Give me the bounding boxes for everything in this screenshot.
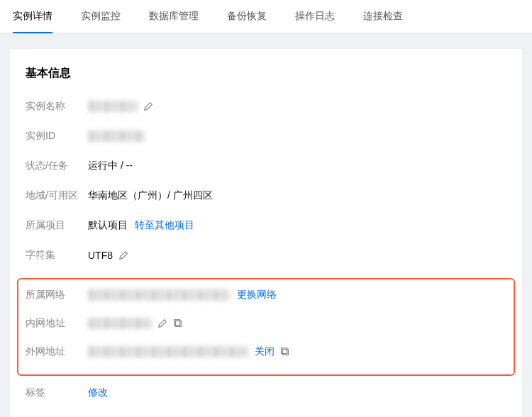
switch-project-link[interactable]: 转至其他项目 bbox=[135, 219, 194, 232]
label-instance-name: 实例名称 bbox=[26, 100, 88, 113]
tab-instance-monitor[interactable]: 实例监控 bbox=[81, 0, 121, 33]
value-network: 更换网络 bbox=[88, 289, 277, 301]
tabs-bar: 实例详情 实例监控 数据库管理 备份恢复 操作日志 连接检查 bbox=[0, 0, 532, 33]
label-intranet: 内网地址 bbox=[26, 317, 88, 330]
basic-info-card: 基本信息 实例名称 实例ID 状态/任务 运行中 / -- 地域/可用区 华南地… bbox=[10, 49, 522, 417]
label-tag: 标签 bbox=[26, 387, 88, 399]
row-project: 所属项目 默认项目 转至其他项目 bbox=[26, 218, 506, 233]
row-network: 所属网络 更换网络 bbox=[26, 288, 506, 302]
instance-id-redacted bbox=[88, 130, 145, 142]
charset-value: UTF8 bbox=[88, 250, 113, 261]
row-tag: 标签 修改 bbox=[26, 386, 506, 400]
pencil-icon[interactable] bbox=[118, 250, 128, 260]
extranet-redacted bbox=[88, 346, 248, 357]
label-network: 所属网络 bbox=[26, 289, 88, 301]
value-instance-id bbox=[88, 130, 145, 142]
switch-network-link[interactable]: 更换网络 bbox=[237, 289, 277, 301]
value-charset: UTF8 bbox=[88, 250, 128, 261]
label-project: 所属项目 bbox=[26, 219, 88, 232]
row-instance-id: 实例ID bbox=[26, 129, 506, 143]
row-instance-name: 实例名称 bbox=[26, 99, 506, 113]
content-area: 基本信息 实例名称 实例ID 状态/任务 运行中 / -- 地域/可用区 华南地… bbox=[0, 33, 532, 417]
row-status: 状态/任务 运行中 / -- bbox=[26, 159, 506, 173]
value-tag: 修改 bbox=[88, 387, 108, 399]
network-redacted bbox=[88, 289, 230, 301]
row-extranet: 外网地址 关闭 bbox=[26, 345, 506, 359]
copy-icon[interactable] bbox=[173, 318, 183, 328]
instance-name-redacted bbox=[88, 101, 138, 112]
value-intranet bbox=[88, 318, 183, 329]
value-project: 默认项目 转至其他项目 bbox=[88, 219, 194, 232]
row-intranet: 内网地址 bbox=[26, 316, 506, 330]
value-instance-name bbox=[88, 101, 153, 112]
close-extranet-link[interactable]: 关闭 bbox=[255, 345, 275, 358]
tab-backup-recovery[interactable]: 备份恢复 bbox=[227, 0, 267, 33]
label-extranet: 外网地址 bbox=[26, 345, 88, 358]
pencil-icon[interactable] bbox=[143, 101, 153, 111]
modify-tag-link[interactable]: 修改 bbox=[88, 387, 108, 399]
tab-database-manage[interactable]: 数据库管理 bbox=[149, 0, 199, 33]
value-extranet: 关闭 bbox=[88, 345, 290, 358]
intranet-redacted bbox=[88, 318, 152, 329]
tab-connection-check[interactable]: 连接检查 bbox=[363, 0, 403, 33]
label-instance-id: 实例ID bbox=[26, 130, 88, 143]
row-region: 地域/可用区 华南地区（广州）/ 广州四区 bbox=[26, 189, 506, 203]
value-region: 华南地区（广州）/ 广州四区 bbox=[88, 189, 213, 202]
network-highlight-box: 所属网络 更换网络 内网地址 外 bbox=[17, 278, 515, 376]
label-region: 地域/可用区 bbox=[26, 189, 88, 202]
copy-icon[interactable] bbox=[280, 347, 290, 357]
tab-operation-log[interactable]: 操作日志 bbox=[295, 0, 335, 33]
section-title: 基本信息 bbox=[26, 66, 506, 81]
label-charset: 字符集 bbox=[26, 249, 88, 262]
row-charset: 字符集 UTF8 bbox=[26, 248, 506, 262]
project-name: 默认项目 bbox=[88, 219, 128, 232]
pencil-icon[interactable] bbox=[157, 318, 167, 328]
label-status: 状态/任务 bbox=[26, 160, 88, 172]
value-status: 运行中 / -- bbox=[88, 160, 133, 172]
tab-instance-detail[interactable]: 实例详情 bbox=[13, 0, 52, 33]
